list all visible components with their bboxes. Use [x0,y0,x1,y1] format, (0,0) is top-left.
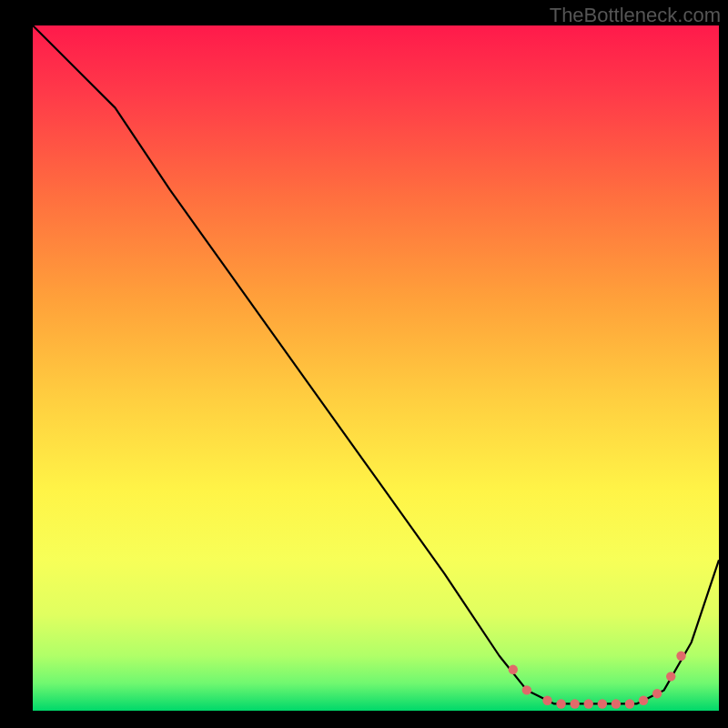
marker-dot [556,699,565,708]
marker-dot [612,699,621,708]
marker-dot [639,696,648,705]
marker-dot [584,699,593,708]
chart-container: TheBottleneck.com [0,0,728,728]
marker-dot [542,696,551,705]
marker-dot [509,665,518,674]
marker-dot [625,699,634,708]
watermark-text: TheBottleneck.com [550,4,721,27]
plot-background [33,25,719,711]
chart-svg [0,0,728,728]
marker-dot [570,699,579,708]
marker-dot [666,672,675,681]
marker-dot [652,689,662,698]
marker-dot [598,699,607,708]
marker-dot [676,652,685,661]
marker-dot [522,685,531,694]
